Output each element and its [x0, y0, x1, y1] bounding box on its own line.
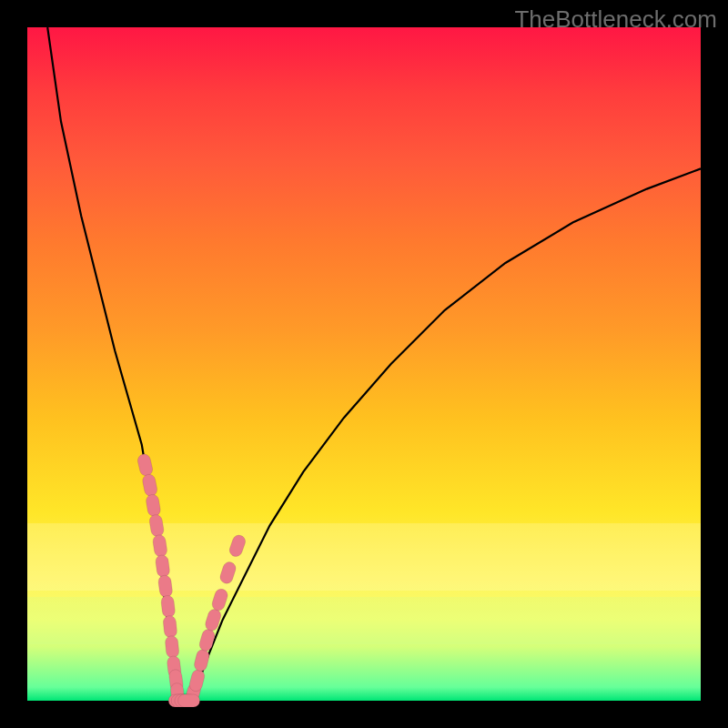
svg-rect-8	[163, 615, 177, 638]
svg-rect-16	[198, 628, 217, 652]
svg-rect-2	[146, 493, 162, 517]
svg-rect-24	[178, 694, 200, 707]
chart-container: TheBottleneck.com	[0, 0, 728, 728]
curve-left	[47, 27, 177, 701]
svg-rect-3	[148, 514, 165, 538]
svg-rect-14	[188, 668, 207, 693]
svg-rect-0	[136, 453, 154, 478]
markers-left	[136, 453, 185, 706]
svg-rect-20	[228, 533, 247, 558]
svg-rect-19	[218, 561, 238, 585]
svg-rect-7	[160, 595, 176, 618]
svg-rect-6	[157, 574, 173, 598]
svg-rect-18	[210, 587, 229, 612]
svg-rect-9	[165, 635, 179, 658]
markers-valley	[168, 694, 199, 707]
svg-rect-4	[152, 534, 167, 558]
markers-right	[184, 533, 248, 706]
chart-svg	[27, 27, 701, 701]
curve-right	[192, 168, 701, 701]
svg-rect-15	[193, 648, 210, 672]
svg-rect-5	[155, 554, 170, 578]
svg-rect-1	[141, 473, 157, 497]
plot-area	[27, 27, 701, 701]
